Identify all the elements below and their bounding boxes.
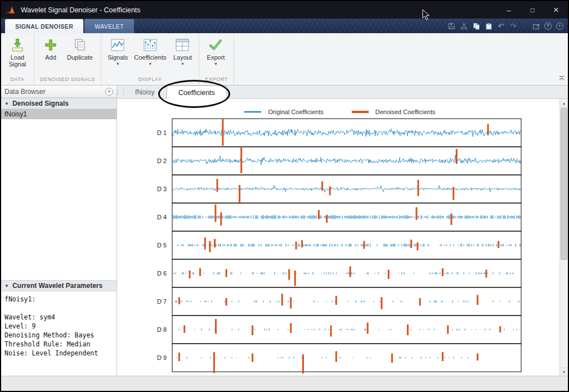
load-signal-button[interactable]: Load Signal <box>5 36 30 67</box>
svg-text:D 8: D 8 <box>157 326 167 333</box>
signal-list-item-fnoisy1[interactable]: fNoisy1 <box>1 109 117 119</box>
wavelet-params-title: Current Wavelet Parameters <box>12 282 102 290</box>
maximize-button[interactable]: □ <box>521 1 544 19</box>
ribbon-section-denoised-signals: Add Duplicate DENOISED SIGNALS <box>34 33 101 85</box>
coefficients-dropdown-icon[interactable]: ▼ <box>148 62 152 66</box>
layout-icon <box>175 37 190 53</box>
legend-original-line-sample <box>244 111 261 112</box>
svg-text:D 7: D 7 <box>157 298 167 305</box>
window-title: Wavelet Signal Denoiser - Coefficients <box>21 6 141 14</box>
layout-label: Layout <box>173 54 192 61</box>
duplicate-icon <box>73 37 87 53</box>
ribbon-section-display: Signals ▼ Coefficients <box>101 33 199 85</box>
close-button[interactable]: × <box>544 1 568 19</box>
wavelet-params-text: fNoisy1: Wavelet: sym4Level: 9Denoising … <box>1 291 117 376</box>
scrollbar-thumb[interactable] <box>561 108 567 260</box>
layout-dropdown-icon[interactable]: ▼ <box>181 62 185 66</box>
collapse-toolstrip-icon[interactable] <box>558 73 565 83</box>
data-browser-title: Data Browser <box>5 88 46 96</box>
denoised-signals-title: Denoised Signals <box>12 100 69 107</box>
ribbon: Load Signal DATA Add <box>1 33 568 85</box>
quick-access-toolbar: ↶ ↷ ? ▼ <box>447 19 563 33</box>
data-browser-panel: Data Browser ▼ ▼ Denoised Signals fNoisy… <box>1 85 117 376</box>
titlebar: Wavelet Signal Denoiser - Coefficients –… <box>1 1 568 19</box>
app-window: Wavelet Signal Denoiser - Coefficients –… <box>0 0 569 392</box>
coefficients-label: Coefficients <box>134 54 166 61</box>
save-icon[interactable] <box>447 22 455 30</box>
legend-denoised-label: Denoised Coefficients <box>375 109 436 115</box>
collapse-triangle-icon: ▼ <box>5 101 9 106</box>
scroll-down-icon[interactable]: ▼ <box>560 367 568 376</box>
svg-text:D 1: D 1 <box>157 129 167 136</box>
help-icon[interactable]: ? <box>544 22 552 30</box>
doc-tab-fnoisy[interactable]: fNoisy <box>124 85 167 98</box>
main-area: ⋮⋮ fNoisy Coefficients Original Coeffici… <box>117 85 568 376</box>
data-browser-header: Data Browser ▼ <box>1 85 117 98</box>
load-signal-icon <box>10 37 25 53</box>
doc-tab-coefficients[interactable]: Coefficients <box>167 85 227 99</box>
redo-icon[interactable]: ↷ <box>509 22 517 30</box>
dock-icon[interactable] <box>532 22 540 30</box>
signals-label: Signals <box>107 54 128 61</box>
add-label: Add <box>45 54 56 61</box>
scroll-up-icon[interactable]: ▲ <box>560 99 568 107</box>
coefficients-plot-panel: Original Coefficients Denoised Coefficie… <box>117 99 559 376</box>
legend-original-label: Original Coefficients <box>268 109 323 115</box>
tab-signal-denoiser[interactable]: SIGNAL DENOISER <box>5 19 83 33</box>
signals-button[interactable]: Signals ▼ <box>105 36 130 66</box>
coefficients-button[interactable]: Coefficients ▼ <box>132 36 168 66</box>
ribbon-section-data: Load Signal DATA <box>1 33 34 85</box>
coefficients-icon <box>143 37 158 53</box>
legend-denoised-line-sample <box>352 111 369 113</box>
svg-text:D 4: D 4 <box>157 214 167 220</box>
content-area: Data Browser ▼ ▼ Denoised Signals fNoisy… <box>1 85 568 391</box>
export-check-icon <box>208 37 223 53</box>
export-button[interactable]: Export ▼ <box>203 36 228 66</box>
svg-text:D 3: D 3 <box>157 186 167 192</box>
plot-legend: Original Coefficients Denoised Coefficie… <box>120 106 559 118</box>
load-signal-label: Load Signal <box>9 54 26 67</box>
scrollbar-track[interactable] <box>560 107 568 367</box>
svg-text:D 2: D 2 <box>157 157 167 164</box>
section-label-export: EXPORT <box>199 76 233 85</box>
paste-icon[interactable] <box>485 22 492 30</box>
coefficients-plot: D 1D 2D 3D 4D 5D 6D 7D 8D 9 <box>120 118 523 373</box>
vertical-scrollbar[interactable]: ▲ ▼ <box>559 99 568 376</box>
export-label: Export <box>207 54 225 61</box>
matlab-logo-icon <box>6 5 17 15</box>
toolstrip-tab-row: SIGNAL DENOISER WAVELET ↶ ↷ ? ▼ <box>1 19 568 33</box>
plot-container: Original Coefficients Denoised Coefficie… <box>117 99 568 376</box>
svg-text:D 9: D 9 <box>157 354 167 361</box>
panel-drag-handle[interactable]: ⋮⋮ <box>117 85 124 98</box>
cut-icon[interactable] <box>460 22 468 30</box>
svg-text:D 5: D 5 <box>157 242 167 249</box>
undo-icon[interactable]: ↶ <box>497 22 505 30</box>
collapse-triangle-icon: ▼ <box>5 283 9 289</box>
signals-dropdown-icon[interactable]: ▼ <box>116 62 120 66</box>
export-dropdown-icon[interactable]: ▼ <box>214 62 218 66</box>
signals-icon <box>110 37 125 53</box>
duplicate-button[interactable]: Duplicate <box>65 36 95 61</box>
minimize-button[interactable]: – <box>497 1 521 19</box>
ribbon-section-export: Export ▼ EXPORT <box>199 33 234 85</box>
add-button[interactable]: Add <box>38 36 63 61</box>
copy-icon[interactable] <box>472 22 480 30</box>
toolstrip-options-icon[interactable]: ▼ <box>556 22 563 30</box>
signal-list-empty-area <box>1 119 117 280</box>
denoised-signals-header[interactable]: ▼ Denoised Signals <box>1 98 117 109</box>
wavelet-params-header[interactable]: ▼ Current Wavelet Parameters <box>1 280 117 291</box>
duplicate-label: Duplicate <box>67 54 93 61</box>
section-label-denoised-signals: DENOISED SIGNALS <box>34 76 101 85</box>
section-label-data: DATA <box>1 76 34 85</box>
document-tab-bar: ⋮⋮ fNoisy Coefficients <box>117 85 568 99</box>
section-label-display: DISPLAY <box>101 76 199 85</box>
add-icon <box>44 37 57 53</box>
tab-wavelet[interactable]: WAVELET <box>84 19 134 33</box>
data-browser-collapse-button[interactable]: ▼ <box>105 88 113 96</box>
layout-button[interactable]: Layout ▼ <box>170 36 195 66</box>
svg-text:D 6: D 6 <box>157 270 167 277</box>
